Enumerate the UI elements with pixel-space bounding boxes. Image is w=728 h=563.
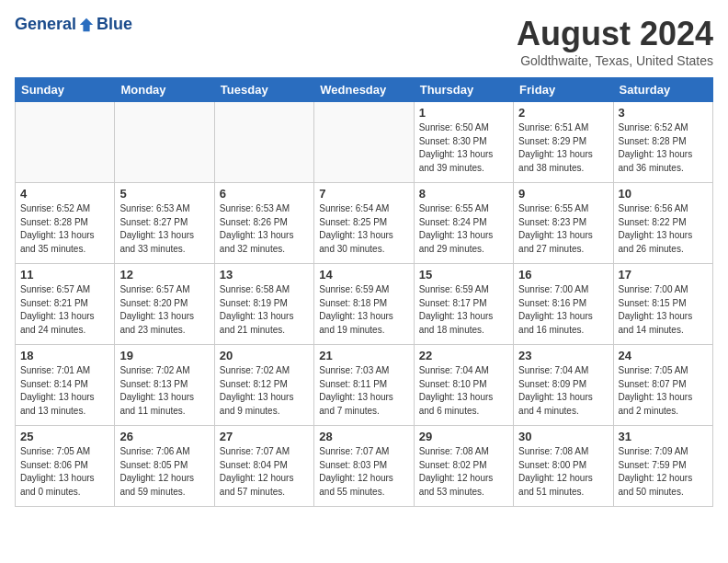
day-number: 27 — [220, 430, 309, 443]
calendar-cell: 6Sunrise: 6:53 AM Sunset: 8:26 PM Daylig… — [214, 183, 313, 264]
calendar-cell — [314, 102, 414, 183]
day-number: 19 — [119, 349, 209, 362]
day-number: 5 — [119, 187, 209, 201]
logo-general: General — [15, 15, 76, 34]
calendar-cell: 27Sunrise: 7:07 AM Sunset: 8:04 PM Dayli… — [214, 426, 313, 507]
day-number: 6 — [220, 187, 309, 201]
column-header-thursday: Thursday — [414, 78, 513, 102]
cell-info: Sunrise: 6:55 AM Sunset: 8:23 PM Dayligh… — [518, 202, 608, 256]
cell-info: Sunrise: 6:54 AM Sunset: 8:25 PM Dayligh… — [319, 202, 408, 256]
day-number: 20 — [220, 349, 309, 362]
cell-info: Sunrise: 6:56 AM Sunset: 8:22 PM Dayligh… — [619, 202, 708, 256]
calendar-cell: 19Sunrise: 7:02 AM Sunset: 8:13 PM Dayli… — [115, 345, 214, 426]
day-number: 26 — [119, 430, 209, 443]
calendar-cell: 13Sunrise: 6:58 AM Sunset: 8:19 PM Dayli… — [214, 264, 313, 345]
calendar-cell: 20Sunrise: 7:02 AM Sunset: 8:12 PM Dayli… — [214, 345, 313, 426]
day-number: 28 — [319, 430, 408, 443]
column-header-wednesday: Wednesday — [314, 78, 414, 102]
calendar-table: SundayMondayTuesdayWednesdayThursdayFrid… — [15, 77, 713, 507]
day-number: 11 — [20, 268, 109, 282]
calendar-week-2: 4Sunrise: 6:52 AM Sunset: 8:28 PM Daylig… — [16, 183, 713, 264]
day-number: 9 — [518, 187, 608, 201]
cell-info: Sunrise: 7:04 AM Sunset: 8:09 PM Dayligh… — [518, 364, 608, 418]
logo: General Blue — [15, 15, 132, 34]
calendar-cell: 2Sunrise: 6:51 AM Sunset: 8:29 PM Daylig… — [514, 102, 613, 183]
calendar-cell — [214, 102, 313, 183]
cell-info: Sunrise: 6:58 AM Sunset: 8:19 PM Dayligh… — [220, 283, 309, 337]
month-title: August 2024 — [517, 15, 713, 53]
logo-icon — [78, 17, 95, 33]
day-number: 15 — [419, 268, 508, 282]
day-number: 7 — [319, 187, 408, 201]
cell-info: Sunrise: 7:02 AM Sunset: 8:12 PM Dayligh… — [220, 364, 309, 418]
cell-info: Sunrise: 7:01 AM Sunset: 8:14 PM Dayligh… — [20, 364, 109, 418]
day-number: 30 — [518, 430, 608, 443]
day-number: 8 — [419, 187, 508, 201]
cell-info: Sunrise: 7:07 AM Sunset: 8:03 PM Dayligh… — [319, 445, 408, 499]
calendar-cell: 24Sunrise: 7:05 AM Sunset: 8:07 PM Dayli… — [613, 345, 712, 426]
calendar-cell: 3Sunrise: 6:52 AM Sunset: 8:28 PM Daylig… — [613, 102, 712, 183]
cell-info: Sunrise: 6:52 AM Sunset: 8:28 PM Dayligh… — [20, 202, 109, 256]
calendar-cell: 21Sunrise: 7:03 AM Sunset: 8:11 PM Dayli… — [314, 345, 414, 426]
calendar-cell: 1Sunrise: 6:50 AM Sunset: 8:30 PM Daylig… — [414, 102, 513, 183]
cell-info: Sunrise: 6:57 AM Sunset: 8:21 PM Dayligh… — [20, 283, 109, 337]
cell-info: Sunrise: 7:02 AM Sunset: 8:13 PM Dayligh… — [119, 364, 209, 418]
day-number: 18 — [20, 349, 109, 362]
cell-info: Sunrise: 7:04 AM Sunset: 8:10 PM Dayligh… — [419, 364, 508, 418]
calendar-cell: 17Sunrise: 7:00 AM Sunset: 8:15 PM Dayli… — [613, 264, 712, 345]
day-number: 10 — [619, 187, 708, 201]
day-number: 2 — [518, 106, 608, 120]
calendar-cell: 22Sunrise: 7:04 AM Sunset: 8:10 PM Dayli… — [414, 345, 513, 426]
day-number: 14 — [319, 268, 408, 282]
day-number: 3 — [619, 106, 708, 120]
day-number: 31 — [619, 430, 708, 443]
cell-info: Sunrise: 6:50 AM Sunset: 8:30 PM Dayligh… — [419, 121, 508, 175]
cell-info: Sunrise: 6:53 AM Sunset: 8:26 PM Dayligh… — [220, 202, 309, 256]
calendar-cell: 12Sunrise: 6:57 AM Sunset: 8:20 PM Dayli… — [115, 264, 214, 345]
cell-info: Sunrise: 6:57 AM Sunset: 8:20 PM Dayligh… — [119, 283, 209, 337]
cell-info: Sunrise: 7:05 AM Sunset: 8:07 PM Dayligh… — [619, 364, 708, 418]
calendar-week-3: 11Sunrise: 6:57 AM Sunset: 8:21 PM Dayli… — [16, 264, 713, 345]
cell-info: Sunrise: 6:51 AM Sunset: 8:29 PM Dayligh… — [518, 121, 608, 175]
calendar-cell: 29Sunrise: 7:08 AM Sunset: 8:02 PM Dayli… — [414, 426, 513, 507]
calendar-cell: 31Sunrise: 7:09 AM Sunset: 7:59 PM Dayli… — [613, 426, 712, 507]
cell-info: Sunrise: 7:00 AM Sunset: 8:16 PM Dayligh… — [518, 283, 608, 337]
day-number: 23 — [518, 349, 608, 362]
cell-info: Sunrise: 6:52 AM Sunset: 8:28 PM Dayligh… — [619, 121, 708, 175]
title-block: August 2024 Goldthwaite, Texas, United S… — [517, 15, 713, 68]
cell-info: Sunrise: 6:53 AM Sunset: 8:27 PM Dayligh… — [119, 202, 209, 256]
day-number: 17 — [619, 268, 708, 282]
calendar-cell: 16Sunrise: 7:00 AM Sunset: 8:16 PM Dayli… — [514, 264, 613, 345]
day-number: 25 — [20, 430, 109, 443]
day-number: 22 — [419, 349, 508, 362]
cell-info: Sunrise: 7:03 AM Sunset: 8:11 PM Dayligh… — [319, 364, 408, 418]
cell-info: Sunrise: 7:08 AM Sunset: 8:00 PM Dayligh… — [518, 445, 608, 499]
day-number: 1 — [419, 106, 508, 120]
column-header-monday: Monday — [115, 78, 214, 102]
calendar-week-1: 1Sunrise: 6:50 AM Sunset: 8:30 PM Daylig… — [16, 102, 713, 183]
cell-info: Sunrise: 6:55 AM Sunset: 8:24 PM Dayligh… — [419, 202, 508, 256]
cell-info: Sunrise: 6:59 AM Sunset: 8:17 PM Dayligh… — [419, 283, 508, 337]
calendar-cell: 26Sunrise: 7:06 AM Sunset: 8:05 PM Dayli… — [115, 426, 214, 507]
calendar-cell: 14Sunrise: 6:59 AM Sunset: 8:18 PM Dayli… — [314, 264, 414, 345]
day-number: 29 — [419, 430, 508, 443]
calendar-cell: 30Sunrise: 7:08 AM Sunset: 8:00 PM Dayli… — [514, 426, 613, 507]
calendar-cell — [16, 102, 115, 183]
calendar-cell: 18Sunrise: 7:01 AM Sunset: 8:14 PM Dayli… — [16, 345, 115, 426]
calendar-cell: 15Sunrise: 6:59 AM Sunset: 8:17 PM Dayli… — [414, 264, 513, 345]
column-header-friday: Friday — [514, 78, 613, 102]
calendar-cell — [115, 102, 214, 183]
logo-blue: Blue — [97, 15, 132, 34]
calendar-cell: 5Sunrise: 6:53 AM Sunset: 8:27 PM Daylig… — [115, 183, 214, 264]
cell-info: Sunrise: 7:08 AM Sunset: 8:02 PM Dayligh… — [419, 445, 508, 499]
column-header-sunday: Sunday — [16, 78, 115, 102]
calendar-cell: 8Sunrise: 6:55 AM Sunset: 8:24 PM Daylig… — [414, 183, 513, 264]
cell-info: Sunrise: 7:09 AM Sunset: 7:59 PM Dayligh… — [619, 445, 708, 499]
day-number: 13 — [220, 268, 309, 282]
column-header-saturday: Saturday — [613, 78, 712, 102]
calendar-cell: 11Sunrise: 6:57 AM Sunset: 8:21 PM Dayli… — [16, 264, 115, 345]
page-header: General Blue August 2024 Goldthwaite, Te… — [15, 15, 713, 68]
location: Goldthwaite, Texas, United States — [517, 53, 713, 68]
calendar-header-row: SundayMondayTuesdayWednesdayThursdayFrid… — [16, 78, 713, 102]
cell-info: Sunrise: 7:07 AM Sunset: 8:04 PM Dayligh… — [220, 445, 309, 499]
